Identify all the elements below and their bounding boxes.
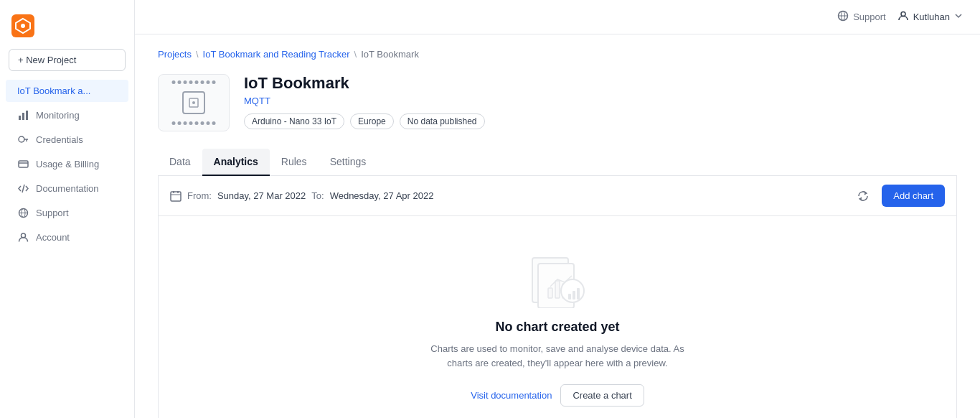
to-date: Wednesday, 27 Apr 2022 (330, 190, 434, 201)
svg-rect-29 (555, 281, 560, 298)
sidebar-item-credentials[interactable]: Credentials (6, 128, 128, 151)
svg-rect-3 (19, 116, 21, 120)
dot (212, 80, 216, 84)
sidebar-item-documentation[interactable]: Documentation (6, 177, 128, 200)
svg-rect-33 (573, 291, 575, 299)
globe-icon (17, 207, 29, 218)
device-thumbnail (158, 74, 230, 131)
visit-documentation-link[interactable]: Visit documentation (471, 390, 552, 401)
breadcrumb-sep-1: \ (196, 49, 199, 60)
sidebar-item-monitoring[interactable]: Monitoring (6, 103, 128, 126)
create-chart-button[interactable]: Create a chart (560, 384, 644, 407)
empty-state: No chart created yet Charts are used to … (159, 216, 956, 418)
analytics-panel: From: Sunday, 27 Mar 2022 To: Wednesday,… (158, 176, 957, 418)
svg-rect-5 (26, 111, 28, 120)
dot (178, 121, 182, 125)
from-date: Sunday, 27 Mar 2022 (217, 190, 306, 201)
breadcrumb-sep-2: \ (354, 49, 357, 60)
sidebar-item-account[interactable]: Account (6, 226, 128, 249)
dot (178, 80, 182, 84)
device-info: IoT Bookmark MQTT Arduino - Nano 33 IoT … (244, 74, 485, 129)
dot (172, 121, 176, 125)
tab-settings[interactable]: Settings (319, 149, 378, 176)
breadcrumb-project-link[interactable]: IoT Bookmark and Reading Tracker (203, 49, 350, 60)
svg-rect-4 (22, 113, 24, 120)
logo (0, 9, 134, 49)
sidebar: + New Project IoT Bookmark a... Monitori… (0, 0, 135, 418)
sidebar-item-usage-billing[interactable]: Usage & Billing (6, 152, 128, 175)
user-avatar-icon (897, 10, 909, 24)
dot (195, 121, 199, 125)
bar-chart-icon (17, 109, 29, 121)
dot (189, 80, 193, 84)
sidebar-item-usage-billing-label: Usage & Billing (36, 159, 99, 169)
key-icon (17, 134, 29, 145)
svg-rect-34 (577, 288, 580, 299)
empty-description: Charts are used to monitor, save and ana… (421, 342, 694, 370)
globe-support-icon (837, 10, 849, 24)
svg-point-2 (21, 24, 25, 28)
breadcrumb-projects-link[interactable]: Projects (158, 49, 192, 60)
device-tags: Arduino - Nano 33 IoT Europe No data pub… (244, 113, 485, 129)
dot (207, 121, 210, 125)
chevron-down-icon (954, 11, 963, 22)
device-dots-top (172, 80, 216, 84)
device-dots-bottom (172, 121, 216, 125)
tab-analytics[interactable]: Analytics (202, 149, 270, 176)
tab-bar: Data Analytics Rules Settings (158, 149, 957, 176)
svg-point-21 (192, 101, 195, 104)
add-chart-button[interactable]: Add chart (882, 185, 945, 207)
no-chart-icon (525, 251, 590, 308)
tab-rules[interactable]: Rules (270, 149, 319, 176)
device-tag-region: Europe (350, 113, 394, 129)
toolbar-actions: Add chart (853, 185, 945, 207)
calendar-icon (170, 190, 182, 202)
dot (201, 80, 204, 84)
svg-point-19 (901, 12, 905, 17)
device-header: IoT Bookmark MQTT Arduino - Nano 33 IoT … (158, 74, 957, 131)
refresh-button[interactable] (853, 186, 873, 206)
device-protocol: MQTT (244, 96, 485, 106)
topbar: Support Kutluhan (135, 0, 980, 34)
sidebar-item-support-label: Support (36, 208, 69, 218)
sidebar-item-monitoring-label: Monitoring (36, 110, 80, 121)
sidebar-item-credentials-label: Credentials (36, 134, 83, 145)
dot (195, 80, 199, 84)
tab-data[interactable]: Data (158, 149, 202, 176)
date-range-selector[interactable]: From: Sunday, 27 Mar 2022 To: Wednesday,… (170, 190, 433, 202)
sidebar-item-iot-bookmark[interactable]: IoT Bookmark a... (6, 80, 128, 102)
support-label: Support (853, 11, 886, 22)
user-name-label: Kutluhan (913, 11, 950, 22)
to-label: To: (311, 190, 324, 201)
credit-card-icon (17, 158, 29, 169)
user-icon (17, 231, 29, 243)
analytics-toolbar: From: Sunday, 27 Mar 2022 To: Wednesday,… (159, 176, 956, 216)
main-content: Support Kutluhan Projects \ IoT Bookmark… (135, 0, 980, 418)
new-project-button[interactable]: + New Project (9, 49, 126, 71)
code-icon (17, 182, 29, 194)
svg-point-6 (19, 136, 24, 142)
dot (201, 121, 204, 125)
user-menu[interactable]: Kutluhan (897, 10, 963, 24)
sidebar-item-account-label: Account (36, 232, 70, 243)
empty-actions: Visit documentation Create a chart (471, 384, 644, 407)
app-logo-icon (11, 14, 34, 37)
from-label: From: (187, 190, 212, 201)
page-content: Projects \ IoT Bookmark and Reading Trac… (135, 34, 980, 418)
dot (207, 80, 210, 84)
svg-rect-9 (19, 161, 28, 167)
svg-point-31 (561, 279, 584, 302)
breadcrumb: Projects \ IoT Bookmark and Reading Trac… (158, 49, 957, 60)
dot (184, 80, 187, 84)
sidebar-item-support[interactable]: Support (6, 201, 128, 224)
device-name: IoT Bookmark (244, 74, 485, 93)
device-chip-icon (182, 91, 205, 114)
dot (212, 121, 216, 125)
svg-rect-22 (171, 192, 181, 201)
support-link[interactable]: Support (837, 10, 886, 24)
sidebar-item-documentation-label: Documentation (36, 183, 98, 194)
svg-rect-28 (548, 288, 552, 298)
breadcrumb-device: IoT Bookmark (361, 49, 419, 60)
dot (189, 121, 193, 125)
svg-line-11 (22, 185, 24, 192)
